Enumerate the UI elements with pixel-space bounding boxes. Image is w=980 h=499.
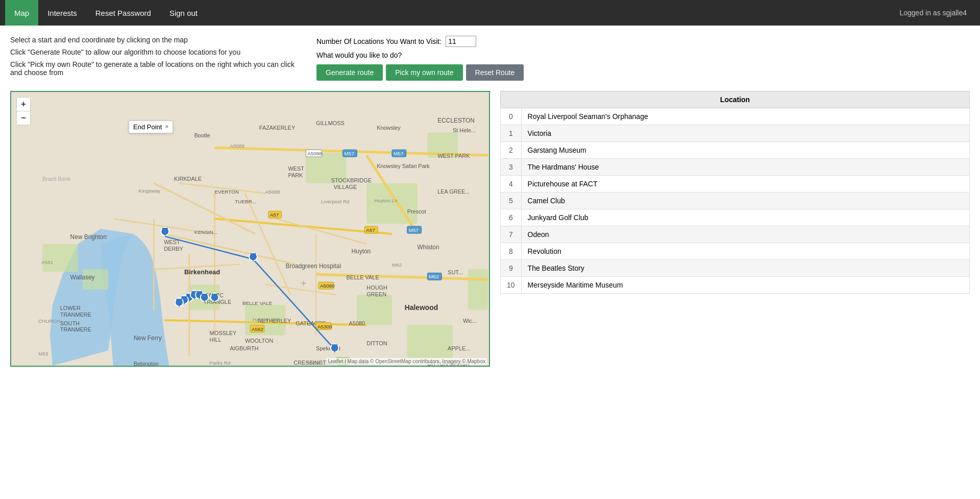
- svg-text:Birkenhead: Birkenhead: [184, 268, 220, 276]
- row-index: 5: [501, 193, 522, 209]
- svg-text:Whiston: Whiston: [418, 244, 439, 251]
- svg-text:DERBY: DERBY: [164, 246, 183, 252]
- instructions-panel: Select a start and end coordinate by cli…: [10, 36, 296, 83]
- row-location: Camel Club: [521, 193, 969, 209]
- table-row[interactable]: 10Merseyside Maritime Museum: [501, 277, 970, 294]
- row-location: Victoria: [521, 125, 969, 142]
- svg-text:M62: M62: [392, 262, 402, 268]
- table-row[interactable]: 5Camel Club: [501, 193, 970, 209]
- row-index: 6: [501, 209, 522, 226]
- num-locations-label: Number Of Locations You Want to Visit:: [316, 37, 442, 45]
- zoom-in-button[interactable]: +: [17, 98, 30, 111]
- what-label: What would you like to do?: [316, 51, 402, 59]
- navbar: Map Interests Reset Password Sign out Lo…: [0, 0, 980, 26]
- svg-text:Prescot: Prescot: [407, 208, 426, 215]
- svg-text:Wallasey: Wallasey: [70, 274, 95, 281]
- generate-route-button[interactable]: Generate route: [316, 64, 383, 81]
- svg-text:St Hele...: St Hele...: [453, 127, 476, 133]
- svg-text:APPLE...: APPLE...: [448, 345, 470, 351]
- nav-map[interactable]: Map: [5, 0, 38, 26]
- svg-text:A5080: A5080: [320, 283, 335, 289]
- svg-text:M57: M57: [345, 151, 355, 156]
- nav-sign-out[interactable]: Sign out: [160, 0, 207, 26]
- svg-text:LEA GREE...: LEA GREE...: [437, 188, 470, 195]
- svg-text:SPEKE: SPEKE: [306, 360, 323, 366]
- svg-text:Liverpool Rd: Liverpool Rd: [321, 199, 350, 204]
- table-header: Location: [501, 91, 970, 108]
- table-row[interactable]: 3The Hardmans' House: [501, 159, 970, 176]
- controls-panel: Number Of Locations You Want to Visit: W…: [316, 36, 524, 81]
- row-index: 10: [501, 277, 522, 294]
- table-row[interactable]: 0Royal Liverpool Seaman's Orphanage: [501, 108, 970, 125]
- svg-text:Halewood: Halewood: [405, 303, 438, 312]
- map-container[interactable]: FAZAKERLEY GILLMOSS Knowsley ECCLESTON S…: [10, 91, 490, 367]
- svg-text:PARK: PARK: [288, 172, 303, 178]
- table-row[interactable]: 2Garstang Museum: [501, 142, 970, 159]
- nav-reset-password[interactable]: Reset Password: [86, 0, 160, 26]
- svg-text:A57: A57: [366, 227, 375, 233]
- table-row[interactable]: 8Revolution: [501, 243, 970, 260]
- num-locations-input[interactable]: [446, 36, 476, 47]
- svg-text:Brazil Bank: Brazil Bank: [42, 176, 71, 182]
- table-row[interactable]: 9The Beatles Story: [501, 260, 970, 277]
- svg-text:LOWER: LOWER: [60, 305, 81, 311]
- tooltip-close-button[interactable]: ×: [165, 123, 168, 130]
- svg-text:BELLE VALE: BELLE VALE: [347, 274, 379, 280]
- main-content: Select a start and end coordinate by cli…: [0, 26, 980, 367]
- svg-text:Kingsway: Kingsway: [139, 188, 160, 194]
- svg-text:Knowsley: Knowsley: [377, 125, 401, 131]
- svg-rect-10: [468, 269, 488, 310]
- table-row[interactable]: 4Picturehouse at FACT: [501, 176, 970, 193]
- nav-interests[interactable]: Interests: [38, 0, 86, 26]
- row-location: Merseyside Maritime Museum: [521, 277, 969, 294]
- svg-text:HOUGH: HOUGH: [366, 284, 387, 291]
- svg-text:SUT...: SUT...: [448, 269, 463, 275]
- map-zoom-controls: + −: [16, 97, 31, 125]
- row-location: Royal Liverpool Seaman's Orphanage: [521, 108, 969, 125]
- svg-text:A551: A551: [41, 259, 54, 265]
- row-index: 2: [501, 142, 522, 159]
- row-location: Garstang Museum: [521, 142, 969, 159]
- table-row[interactable]: 1Victoria: [501, 125, 970, 142]
- svg-text:HILL: HILL: [210, 337, 222, 343]
- svg-text:A562: A562: [252, 326, 264, 332]
- svg-text:CHURCH: CHURCH: [38, 318, 60, 324]
- svg-text:BELLE VALE: BELLE VALE: [242, 300, 273, 306]
- row-index: 9: [501, 260, 522, 277]
- pick-own-route-button[interactable]: Pick my own route: [386, 64, 462, 81]
- location-table-container: Location 0Royal Liverpool Seaman's Orpha…: [500, 91, 970, 294]
- row-location: The Hardmans' House: [521, 159, 969, 176]
- svg-text:Huyton Ln: Huyton Ln: [374, 198, 397, 203]
- zoom-out-button[interactable]: −: [17, 111, 30, 125]
- location-table: Location 0Royal Liverpool Seaman's Orpha…: [500, 91, 970, 294]
- svg-text:Broadgreen Hospital: Broadgreen Hospital: [285, 263, 341, 270]
- svg-text:DITTON: DITTON: [366, 340, 387, 346]
- table-row[interactable]: 7Odeon: [501, 226, 970, 243]
- row-index: 8: [501, 243, 522, 260]
- svg-text:M57: M57: [394, 151, 404, 156]
- svg-text:GREEN: GREEN: [366, 291, 386, 297]
- reset-route-button[interactable]: Reset Route: [466, 64, 524, 81]
- svg-text:+: +: [301, 278, 307, 289]
- row-location: The Beatles Story: [521, 260, 969, 277]
- svg-text:M53: M53: [38, 351, 48, 357]
- svg-text:TRANMERE: TRANMERE: [60, 312, 91, 318]
- row-location: Junkyard Golf Club: [521, 209, 969, 226]
- svg-text:TUEBR...: TUEBR...: [235, 199, 256, 204]
- row-index: 1: [501, 125, 522, 142]
- row-location: Revolution: [521, 243, 969, 260]
- svg-text:A5080: A5080: [349, 320, 365, 326]
- row-location: Picturehouse at FACT: [521, 176, 969, 193]
- table-row[interactable]: 6Junkyard Golf Club: [501, 209, 970, 226]
- row-index: 0: [501, 108, 522, 125]
- action-buttons: Generate route Pick my own route Reset R…: [316, 64, 524, 81]
- instruction-line3: Click "Pick my own Route" to generate a …: [10, 60, 296, 77]
- svg-text:AIGBURTH: AIGBURTH: [230, 345, 258, 351]
- svg-text:A5088: A5088: [265, 189, 280, 195]
- table-body: 0Royal Liverpool Seaman's Orphanage1Vict…: [501, 108, 970, 294]
- svg-text:GILLMOSS: GILLMOSS: [316, 120, 345, 126]
- svg-text:TRANMERE: TRANMERE: [60, 326, 91, 332]
- endpoint-tooltip-text: End Point: [133, 123, 162, 131]
- svg-text:New Brighton: New Brighton: [70, 233, 107, 241]
- svg-text:STOCKBRIDGE: STOCKBRIDGE: [331, 177, 372, 183]
